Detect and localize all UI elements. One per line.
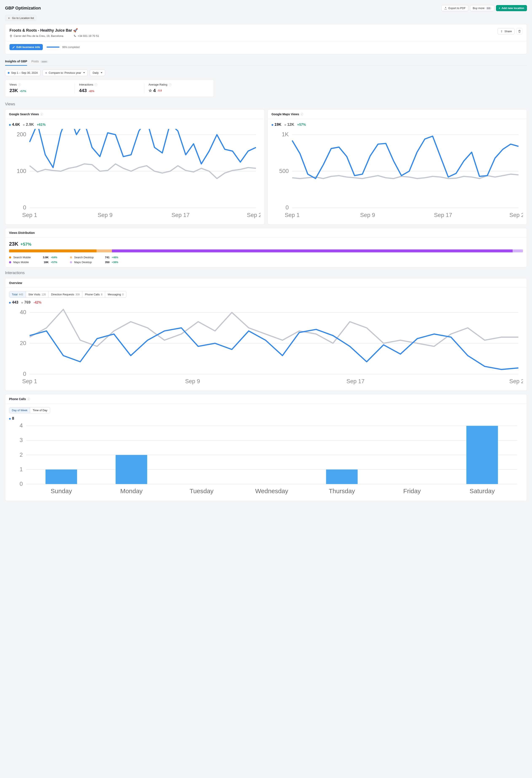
overview-card: Overview Total443Site Visits126Direction… xyxy=(5,278,527,391)
back-label: Go to Location list xyxy=(12,16,34,20)
phone-calls-card: Phone Calls i Day of Week Time of Day 8 … xyxy=(5,394,527,501)
svg-rect-43 xyxy=(116,455,147,484)
views-distribution-card: Views Distribution 23K +57% Search Mobil… xyxy=(5,228,527,267)
phone-calls-tab-tod[interactable]: Time of Day xyxy=(30,407,50,413)
info-icon[interactable]: i xyxy=(27,397,30,400)
overview-tab[interactable]: Total443 xyxy=(9,291,26,298)
overview-tab-count: 126 xyxy=(42,293,46,296)
info-icon[interactable]: i xyxy=(300,113,303,115)
dist-legend-pct: +64% xyxy=(51,256,57,259)
overview-tab[interactable]: Phone Calls8 xyxy=(82,291,105,298)
dist-segment xyxy=(96,249,112,252)
svg-rect-50 xyxy=(466,426,498,484)
buy-more-badge: 6/6 xyxy=(486,7,491,10)
maps-views-card: Google Maps Views i 19K 12K +57% 05001KS… xyxy=(268,109,527,225)
svg-text:Sunday: Sunday xyxy=(51,487,72,494)
buy-more-label: Buy more xyxy=(473,7,484,10)
dist-legend-value: 741 xyxy=(99,256,109,259)
edit-business-info-button[interactable]: Edit business info xyxy=(9,44,43,50)
search-views-primary: 4.6K xyxy=(12,123,20,127)
dist-legend-row: Search Mobile3.9K+64% xyxy=(9,256,57,259)
date-range-picker[interactable]: Sep 1 – Sep 30, 2024 xyxy=(5,70,41,76)
dot-icon xyxy=(23,124,25,126)
overview-primary: 443 xyxy=(12,300,18,305)
star-icon: ☆ xyxy=(149,88,152,93)
legend-swatch xyxy=(70,261,72,263)
svg-text:Sep 9: Sep 9 xyxy=(185,378,200,384)
views-dist-delta: +57% xyxy=(20,242,31,247)
svg-text:Sep 17: Sep 17 xyxy=(347,378,365,384)
overview-tab[interactable]: Messaging0 xyxy=(105,291,126,298)
compare-dropdown[interactable]: Compare to: Previous year xyxy=(43,70,88,76)
summary-stats: Viewsi 23K +57% Interactionsi 443 -42% A… xyxy=(5,79,214,97)
stat-rating-delta: ↓0.8 xyxy=(157,89,162,92)
info-icon[interactable]: i xyxy=(40,113,43,115)
svg-text:4: 4 xyxy=(20,422,23,429)
info-icon[interactable]: i xyxy=(18,83,21,86)
tab-insights[interactable]: Insights of GBP xyxy=(5,58,27,66)
tab-posts[interactable]: Posts soon xyxy=(31,58,48,66)
svg-text:500: 500 xyxy=(279,168,289,174)
svg-text:Tuesday: Tuesday xyxy=(189,487,213,494)
overview-tab-count: 8 xyxy=(101,293,102,296)
overview-tab[interactable]: Direction Requests309 xyxy=(49,291,82,298)
overview-title: Overview xyxy=(9,281,22,285)
overview-tab-label: Direction Requests xyxy=(51,293,74,296)
buy-more-button[interactable]: Buy more 6/6 xyxy=(470,5,494,11)
overview-tab-count: 0 xyxy=(122,293,124,296)
info-icon[interactable]: i xyxy=(168,83,171,86)
dist-legend-value: 350 xyxy=(99,260,109,264)
dist-legend-value: 18K xyxy=(39,260,49,264)
location-address-text: Carrer del Peu de la Creu, 19, Barcelona xyxy=(14,34,63,37)
views-dist-total: 23K xyxy=(9,241,18,247)
svg-text:Monday: Monday xyxy=(120,487,143,494)
delete-location-button[interactable] xyxy=(516,28,523,34)
back-to-location-list-button[interactable]: Go to Location list xyxy=(5,15,36,21)
stat-views-value: 23K xyxy=(9,88,18,93)
dist-legend-name: Search Desktop xyxy=(74,256,97,259)
dist-legend-pct: +57% xyxy=(51,261,57,264)
location-name: Froots & Roots - Healthy Juice Bar 🚀 xyxy=(9,28,99,33)
overview-tab[interactable]: Site Visits126 xyxy=(26,291,49,298)
granularity-dropdown[interactable]: Daily xyxy=(90,70,105,76)
phone-calls-total: 8 xyxy=(12,416,14,421)
dist-segment xyxy=(9,249,96,252)
svg-text:Sep 9: Sep 9 xyxy=(360,212,375,218)
add-location-button[interactable]: + Add new location xyxy=(496,5,527,11)
stat-rating-value: 4 xyxy=(153,88,156,93)
info-icon[interactable]: i xyxy=(94,83,97,86)
compare-text: Compare to: Previous year xyxy=(49,71,81,74)
phone-calls-tab-dow[interactable]: Day of Week xyxy=(9,407,30,413)
svg-text:40: 40 xyxy=(20,309,26,315)
dist-legend-name: Maps Mobile xyxy=(13,260,36,264)
stat-views-label: Views xyxy=(9,83,17,86)
location-card: Froots & Roots - Healthy Juice Bar 🚀 Car… xyxy=(5,24,527,54)
svg-text:Friday: Friday xyxy=(403,487,421,494)
search-views-delta: +61% xyxy=(37,123,46,127)
dist-legend-row: Maps Mobile18K+57% xyxy=(9,260,57,264)
svg-text:2: 2 xyxy=(20,452,23,458)
search-views-secondary: 2.9K xyxy=(26,123,34,127)
share-button[interactable]: Share xyxy=(498,28,515,34)
progress-text: 96% completed xyxy=(62,46,80,49)
share-icon xyxy=(500,30,503,33)
main-tabs: Insights of GBP Posts soon xyxy=(5,58,527,66)
dot-icon xyxy=(9,124,11,126)
svg-text:Thursday: Thursday xyxy=(329,487,355,494)
map-pin-icon xyxy=(9,34,12,37)
svg-text:100: 100 xyxy=(17,168,26,174)
dist-legend-name: Search Mobile xyxy=(13,256,36,259)
legend-swatch xyxy=(70,256,72,258)
trash-icon xyxy=(518,30,521,33)
dist-legend-name: Maps Desktop xyxy=(74,260,97,264)
date-range-text: Sep 1 – Sep 30, 2024 xyxy=(11,71,38,74)
dist-segment xyxy=(513,249,523,252)
dist-legend-row: Maps Desktop350+38% xyxy=(70,260,118,264)
svg-rect-41 xyxy=(46,470,77,484)
dist-legend-pct: +38% xyxy=(112,261,118,264)
soon-badge: soon xyxy=(41,60,48,63)
stat-views-delta: +57% xyxy=(20,90,26,93)
svg-text:Wednesday: Wednesday xyxy=(255,487,288,494)
export-pdf-button[interactable]: Export to PDF xyxy=(441,5,468,11)
maps-views-delta: +57% xyxy=(297,123,306,127)
